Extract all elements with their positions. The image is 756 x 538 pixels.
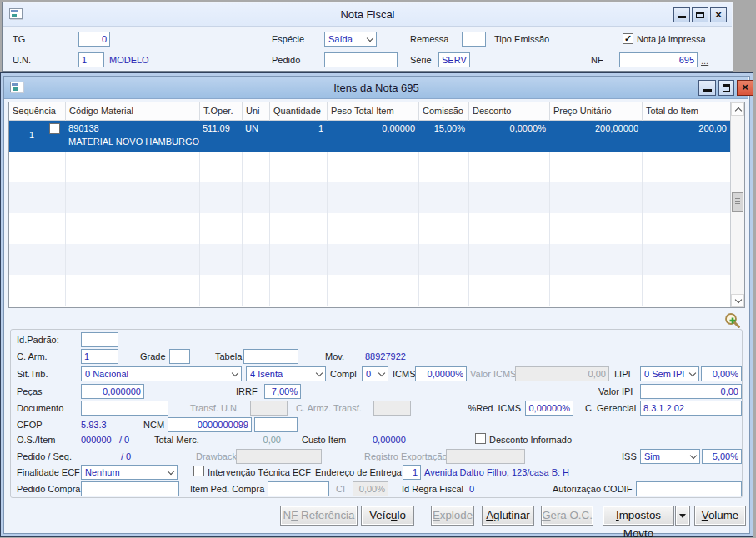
pedido-input[interactable]: [324, 52, 398, 67]
col-total-do-item[interactable]: Total do Item: [642, 102, 730, 121]
nf-input[interactable]: 695: [619, 52, 698, 67]
c-gerencial-input[interactable]: 8.3.1.2.02: [640, 401, 742, 416]
documento-input[interactable]: [81, 401, 168, 416]
pedido-compra-input[interactable]: [81, 481, 179, 496]
grid-empty-row[interactable]: [9, 213, 730, 244]
iss-select[interactable]: Sim: [640, 449, 700, 464]
un-input[interactable]: 1: [78, 52, 104, 67]
isenta-select[interactable]: 4 Isenta: [246, 366, 326, 381]
id-padrao-input[interactable]: [81, 332, 118, 347]
desconto-informado-checkbox[interactable]: [475, 433, 486, 444]
col-uni[interactable]: Uni: [242, 102, 269, 121]
icms-label: ICMS: [393, 369, 416, 379]
maximize-button[interactable]: [692, 7, 708, 22]
ipi-percent-input[interactable]: 0,00%: [701, 366, 742, 381]
cell-peso-total-item: 0,00000: [327, 121, 418, 152]
cell-desconto: 0,0000%: [468, 121, 549, 152]
aglutinar-button[interactable]: Aglutinar: [482, 506, 534, 526]
col-quantidade[interactable]: Quantidade: [269, 102, 327, 121]
compl-select[interactable]: 0: [362, 366, 388, 381]
scroll-down-button[interactable]: [731, 294, 744, 307]
nota-fiscal-titlebar[interactable]: Nota Fiscal ×: [3, 3, 732, 27]
remessa-input[interactable]: [462, 32, 486, 47]
grade-input[interactable]: [169, 349, 190, 364]
grid-scrollbar[interactable]: [730, 102, 744, 307]
row-checkbox[interactable]: [49, 123, 60, 134]
scroll-thumb[interactable]: [732, 192, 743, 212]
col-peso-total-item[interactable]: Peso Total Item: [327, 102, 418, 121]
i-ipi-select[interactable]: 0 Sem IPI: [640, 366, 699, 381]
icms-input[interactable]: 0,0000%: [415, 366, 467, 381]
sit-trib-label: Sit.Trib.: [17, 369, 48, 379]
autorizacao-codif-label: Autorização CODIF: [553, 484, 632, 494]
scroll-up-button[interactable]: [731, 102, 744, 116]
col-sequencia[interactable]: Sequência: [9, 102, 65, 121]
tabela-input[interactable]: [243, 349, 298, 364]
itens-titlebar[interactable]: Itens da Nota 695 ×: [4, 77, 748, 99]
intervencao-ecf-checkbox[interactable]: [193, 466, 204, 476]
window-nota-fiscal: Nota Fiscal × TG 0 Espécie Saída Remessa…: [2, 2, 733, 72]
veiculo-button[interactable]: Veículo: [361, 506, 414, 526]
valor-ipi-input[interactable]: 0,00: [640, 384, 742, 399]
item-ped-compra-input[interactable]: [268, 481, 329, 496]
transf-un-label: Transf. U.N.: [190, 403, 239, 413]
endereco-entrega-input[interactable]: 1: [403, 465, 421, 480]
window-title: Nota Fiscal: [3, 8, 732, 21]
c-arm-input[interactable]: 1: [81, 349, 118, 364]
grade-label: Grade: [140, 351, 166, 361]
close-button[interactable]: ×: [710, 7, 727, 22]
remessa-label: Remessa: [410, 34, 448, 44]
especie-label: Espécie: [272, 34, 304, 44]
sit-trib-select[interactable]: 0 Nacional: [81, 366, 242, 381]
red-icms-input[interactable]: 0,00000%: [525, 401, 573, 416]
id-regra-fiscal-label: Id Regra Fiscal: [402, 484, 463, 494]
nf-lookup-link[interactable]: ...: [701, 56, 708, 66]
item-ped-compra-label: Item Ped. Compra: [190, 484, 264, 494]
col-codigo-material[interactable]: Código Material: [65, 102, 199, 121]
especie-select[interactable]: Saída: [324, 32, 377, 47]
grid-empty-row[interactable]: [9, 182, 730, 213]
valor-icms-label: Valor ICMS: [470, 369, 516, 379]
irrf-input[interactable]: 7,00%: [264, 384, 301, 399]
col-desconto[interactable]: Desconto: [468, 102, 549, 121]
grid-header[interactable]: Sequência Código Material T.Oper. Uni Qu…: [9, 102, 730, 121]
serie-input[interactable]: SERV: [438, 52, 470, 67]
impostos-movto-dropdown-button[interactable]: [675, 506, 690, 526]
documento-label: Documento: [17, 403, 63, 413]
nf-label: NF: [591, 55, 603, 65]
irrf-label: IRRF: [236, 386, 258, 396]
os-item-value: 000000: [81, 435, 112, 445]
iss-percent-input[interactable]: 5,00%: [702, 449, 742, 464]
total-merc-value: 0,00: [242, 435, 281, 445]
tg-input[interactable]: 0: [78, 32, 110, 47]
grid-empty-row[interactable]: [9, 152, 730, 182]
autorizacao-codif-input[interactable]: [636, 481, 742, 496]
endereco-entrega-label: Endereço de Entrega: [315, 467, 402, 477]
maximize-button[interactable]: [718, 80, 734, 96]
volume-button[interactable]: Volume: [694, 506, 746, 526]
grid-empty-row[interactable]: [9, 275, 730, 307]
cell-sequencia: 1: [9, 121, 65, 152]
tg-label: TG: [13, 34, 25, 44]
grid-empty-row[interactable]: [9, 244, 730, 275]
col-preco-unitario[interactable]: Preço Unitário: [549, 102, 642, 121]
ncm-input[interactable]: 0000000099: [168, 417, 252, 432]
cell-comissao: 15,00%: [418, 121, 468, 152]
minimize-button[interactable]: [698, 80, 716, 96]
col-t-oper[interactable]: T.Oper.: [199, 102, 242, 121]
pecas-input[interactable]: 0,000000: [81, 384, 144, 399]
ncm-extra-input[interactable]: [254, 417, 298, 432]
finalidade-ecf-select[interactable]: Nenhum: [81, 465, 178, 480]
endereco-entrega-address: Avenida Daltro Filho, 123/casa B: H: [424, 467, 569, 477]
close-button[interactable]: ×: [737, 80, 753, 96]
ci-label: CI: [336, 484, 345, 494]
desconto-informado-label: Desconto Informado: [489, 435, 572, 445]
nota-ja-impressa-checkbox[interactable]: ✓: [623, 33, 633, 44]
col-comissao[interactable]: Comissão: [418, 102, 468, 121]
grid-row-selected[interactable]: 1 890138 MATERIAL NOVO HAMBURGO 511.09 U…: [9, 121, 730, 152]
cell-codigo-material: 890138 MATERIAL NOVO HAMBURGO: [65, 121, 199, 152]
chevron-up-icon: [735, 107, 742, 113]
impostos-movto-button[interactable]: Impostos Movto: [603, 506, 674, 526]
minimize-button[interactable]: [673, 7, 690, 22]
check-icon: ✓: [624, 33, 632, 43]
